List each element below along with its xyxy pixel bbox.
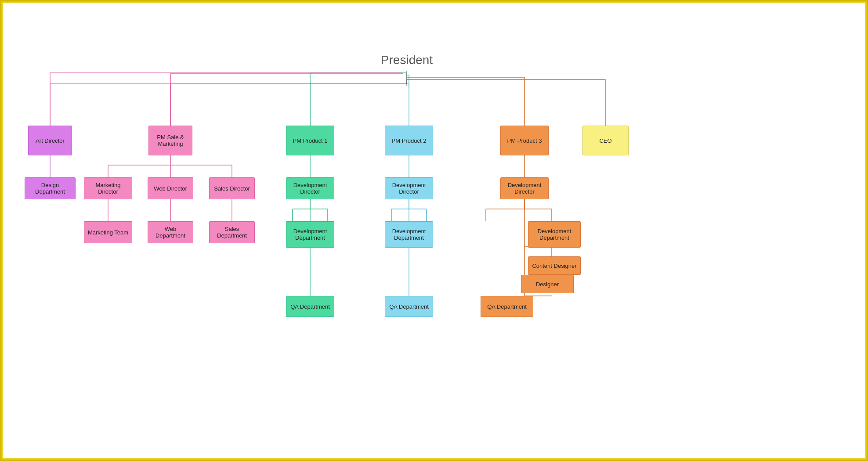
marketing-director-node: Marketing Director bbox=[84, 177, 132, 199]
pm-product2-node: PM Product 2 bbox=[385, 126, 433, 155]
pm-sale-marketing-node: PM Sale & Marketing bbox=[148, 126, 192, 155]
dev-director3-node: Development Director bbox=[500, 177, 549, 199]
dev-director1-node: Development Director bbox=[286, 177, 334, 199]
dev-dept3-node: Development Department bbox=[528, 221, 581, 248]
dev-director2-node: Development Director bbox=[385, 177, 433, 199]
content-designer-node: Content Designer bbox=[528, 256, 581, 275]
qa-dept1-node: QA Department bbox=[286, 296, 334, 317]
web-director-node: Web Director bbox=[148, 177, 193, 199]
sales-dept-node: Sales Department bbox=[209, 221, 255, 243]
pm-product1-node: PM Product 1 bbox=[286, 126, 334, 155]
sales-director-node: Sales Director bbox=[209, 177, 255, 199]
art-director-node: Art Director bbox=[28, 126, 72, 155]
dev-dept1-node: Development Department bbox=[286, 221, 334, 248]
marketing-team-node: Marketing Team bbox=[84, 221, 132, 243]
president-node: President bbox=[363, 53, 451, 67]
org-chart-canvas: President bbox=[1, 1, 867, 460]
designer-node: Designer bbox=[521, 275, 574, 293]
pm-product3-node: PM Product 3 bbox=[500, 126, 549, 155]
dev-dept2-node: Development Department bbox=[385, 221, 433, 248]
qa-dept3-node: QA Department bbox=[481, 296, 533, 317]
web-dept-node: Web Department bbox=[148, 221, 193, 243]
design-dept-node: Design Department bbox=[25, 177, 76, 199]
ceo-node: CEO bbox=[582, 126, 629, 155]
qa-dept2-node: QA Department bbox=[385, 296, 433, 317]
